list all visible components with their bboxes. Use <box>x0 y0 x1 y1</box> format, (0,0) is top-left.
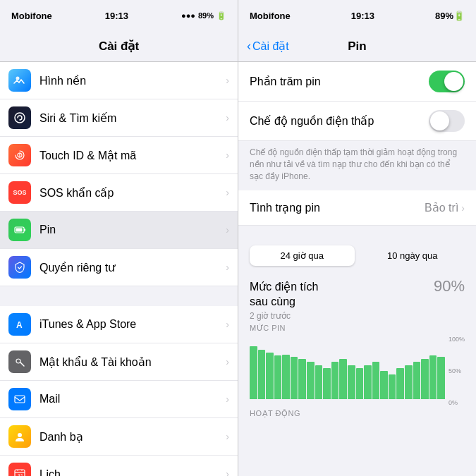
left-nav-bar: Cài đặt <box>0 31 238 62</box>
touchid-chevron: › <box>226 149 229 161</box>
sos-chevron: › <box>226 187 229 198</box>
bar-5 <box>291 357 298 399</box>
bar-10 <box>331 362 339 399</box>
che-do-nguon-toggle[interactable] <box>429 110 465 132</box>
mail-chevron: › <box>226 393 229 405</box>
calendar-icon: 31 <box>8 463 31 476</box>
svg-rect-5 <box>24 229 25 231</box>
svg-rect-6 <box>16 228 23 232</box>
section-gap <box>238 226 476 240</box>
battery-chevron: › <box>226 224 229 236</box>
bar-21 <box>421 359 429 399</box>
tab-10d[interactable]: 10 ngày qua <box>360 245 465 266</box>
settings-item-itunes[interactable]: A iTunes & App Store › <box>0 306 238 343</box>
chart-label: MỨC PIN <box>250 324 465 333</box>
wallpaper-chevron: › <box>226 75 229 86</box>
svg-text:A: A <box>16 320 23 330</box>
battery-label: Pin <box>39 224 226 236</box>
svg-point-9 <box>16 359 20 363</box>
battery-percent: 90% <box>434 277 465 295</box>
chart-section: MỨC PIN 100% 50% 0% HOẠT ĐỘNG <box>238 324 476 424</box>
left-time: 19:13 <box>105 11 128 21</box>
phan-tram-pin-label: Phần trăm pin <box>250 75 429 88</box>
bar-23 <box>437 357 445 399</box>
wallpaper-label: Hình nền <box>39 74 226 87</box>
settings-item-wallpaper[interactable]: Hình nền › <box>0 62 238 99</box>
contacts-label: Danh bạ <box>39 430 226 444</box>
bar-0 <box>250 346 257 399</box>
chart-container: 100% 50% 0% <box>250 336 465 406</box>
sos-icon: SOS <box>8 181 31 204</box>
itunes-icon: A <box>8 313 31 336</box>
bar-22 <box>429 355 437 399</box>
tinh-trang-row[interactable]: Tình trạng pin Bảo trì › <box>238 190 476 226</box>
y-0: 0% <box>448 399 465 406</box>
right-status-bar: Mobifone 19:13 89%🔋 <box>238 0 476 31</box>
passwords-chevron: › <box>226 356 229 367</box>
left-panel: Mobifone 19:13 ●●● 89% 🔋 Cài đặt Hình nề… <box>0 0 238 476</box>
settings-item-mail[interactable]: Mail › <box>0 381 238 418</box>
che-do-nguon-label: Chế độ nguồn điện thấp <box>250 114 429 128</box>
right-panel: Mobifone 19:13 89%🔋 ‹ Cài đặt Pin Phần t… <box>238 0 476 476</box>
tinh-trang-section: Tình trạng pin Bảo trì › <box>238 190 476 226</box>
svg-point-2 <box>15 113 25 123</box>
bar-16 <box>380 371 388 399</box>
bar-8 <box>315 365 323 399</box>
right-battery-info: 89%🔋 <box>435 11 465 21</box>
privacy-label: Quyền riêng tư <box>39 261 226 274</box>
privacy-chevron: › <box>226 262 229 273</box>
settings-item-privacy[interactable]: Quyền riêng tư › <box>0 249 238 286</box>
che-do-nguon-row: Chế độ nguồn điện thấp <box>238 102 476 141</box>
svg-point-11 <box>18 433 22 437</box>
phan-tram-pin-row: Phần trăm pin <box>238 62 476 102</box>
calendar-label: Lịch <box>39 468 226 477</box>
mail-icon <box>8 388 31 410</box>
right-time: 19:13 <box>351 11 374 21</box>
bar-3 <box>274 355 282 399</box>
settings-item-siri[interactable]: Siri & Tìm kiếm › <box>0 99 238 137</box>
calendar-chevron: › <box>226 468 229 476</box>
svg-point-1 <box>16 77 20 80</box>
settings-list: Hình nền › Siri & Tìm kiếm › Touch ID & … <box>0 62 238 476</box>
bar-17 <box>389 374 396 399</box>
bar-7 <box>307 362 315 399</box>
settings-item-contacts[interactable]: Danh bạ › <box>0 418 238 456</box>
settings-item-battery[interactable]: Pin › <box>0 212 238 249</box>
bar-1 <box>258 350 266 399</box>
bar-19 <box>405 365 413 399</box>
left-battery: ●●● 89% 🔋 <box>181 11 226 20</box>
bar-chart <box>250 336 465 399</box>
settings-item-passwords[interactable]: Mật khẩu & Tài khoản › <box>0 343 238 381</box>
signal-icon: ●●● <box>181 11 195 20</box>
bar-11 <box>339 359 347 399</box>
passwords-label: Mật khẩu & Tài khoản <box>39 355 226 369</box>
bar-15 <box>372 362 380 399</box>
back-button[interactable]: ‹ Cài đặt <box>247 39 289 54</box>
settings-item-calendar[interactable]: 31 Lịch › <box>0 456 238 476</box>
tab-24h[interactable]: 24 giờ qua <box>250 245 355 266</box>
tinh-trang-value: Bảo trì <box>425 201 458 214</box>
bar-18 <box>396 368 404 399</box>
bar-4 <box>282 355 290 399</box>
back-label: Cài đặt <box>252 39 289 53</box>
contacts-icon <box>8 425 31 448</box>
battery-icon: 🔋 <box>216 11 226 20</box>
settings-item-touchid[interactable]: Touch ID & Mật mã › <box>0 137 238 174</box>
battery-icon-item <box>8 219 31 241</box>
settings-item-sos[interactable]: SOS SOS khẩn cấp › <box>0 174 238 212</box>
itunes-chevron: › <box>226 319 229 330</box>
left-status-bar: Mobifone 19:13 ●●● 89% 🔋 <box>0 0 238 31</box>
phan-tram-pin-toggle[interactable] <box>429 71 465 92</box>
left-carrier: Mobifone <box>11 11 52 21</box>
siri-chevron: › <box>226 112 229 123</box>
sos-label: SOS khẩn cấp <box>39 186 226 200</box>
group-separator-1 <box>0 286 238 306</box>
svg-rect-10 <box>15 396 25 403</box>
right-nav-bar: ‹ Cài đặt Pin <box>238 31 476 62</box>
wallpaper-icon <box>8 69 31 92</box>
chart-y-labels: 100% 50% 0% <box>448 336 465 406</box>
tinh-trang-label: Tình trạng pin <box>250 201 425 214</box>
hoat-dong-label: HOẠT ĐỘNG <box>250 409 465 418</box>
svg-rect-0 <box>13 74 26 87</box>
right-nav-title: Pin <box>348 39 366 54</box>
